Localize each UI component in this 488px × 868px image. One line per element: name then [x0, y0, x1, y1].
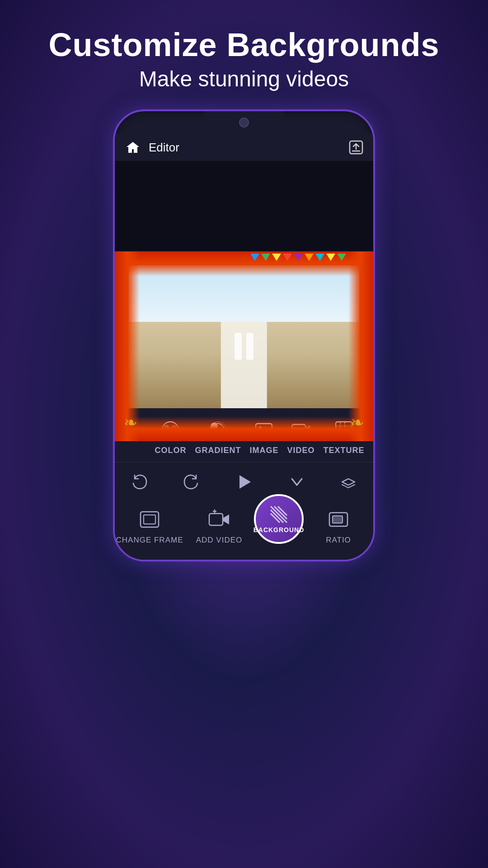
image-label: IMAGE [249, 446, 278, 455]
phone-side-button [373, 247, 375, 283]
action-change-frame[interactable]: CHANGE FRAME [115, 507, 184, 545]
header-section: Customize Backgrounds Make stunning vide… [48, 27, 439, 91]
frame-right [348, 251, 373, 441]
change-frame-icon [137, 507, 162, 532]
svg-rect-27 [333, 516, 343, 523]
redo-button[interactable] [180, 471, 202, 493]
video-preview[interactable]: ❧ ❧ [115, 251, 373, 441]
action-bar: CHANGE FRAME ADD VIDEO [115, 499, 373, 560]
home-button[interactable] [124, 138, 142, 156]
add-video-label: ADD VIDEO [196, 536, 243, 545]
background-label: BACKGROUND [253, 526, 305, 533]
change-frame-label: CHANGE FRAME [116, 536, 183, 545]
phone-notch [203, 111, 285, 134]
preview-top-area [115, 161, 373, 251]
pause-bar-right [246, 333, 253, 360]
ornament-bottom-right: ❧ [351, 413, 364, 432]
texture-label: TEXTURE [323, 446, 364, 455]
editor-bar: Editor [115, 134, 373, 161]
gradient-label: GRADIENT [195, 446, 241, 455]
bunting-flags [250, 254, 346, 261]
ratio-label: RATIO [326, 536, 351, 545]
layers-button[interactable] [337, 471, 360, 493]
pause-bar-left [235, 333, 242, 360]
play-button[interactable] [232, 469, 257, 494]
background-button[interactable]: BACKGROUND [254, 494, 304, 544]
camera [239, 118, 249, 127]
svg-rect-17 [144, 515, 155, 524]
controls-row [115, 462, 373, 499]
header-subtitle: Make stunning videos [48, 66, 439, 91]
header-title: Customize Backgrounds [48, 27, 439, 63]
svg-rect-18 [209, 514, 223, 525]
action-add-video[interactable]: ADD VIDEO [184, 507, 254, 545]
color-label: COLOR [155, 446, 186, 455]
editor-title: Editor [149, 141, 348, 155]
svg-line-21 [271, 506, 287, 523]
export-button[interactable] [348, 139, 364, 156]
frame-bottom [115, 416, 373, 441]
video-label: VIDEO [287, 446, 314, 455]
dropdown-arrow[interactable] [286, 471, 308, 493]
phone-body: Editor [113, 109, 375, 561]
action-ratio[interactable]: RATIO [304, 507, 373, 545]
ratio-icon [326, 507, 351, 532]
pause-button[interactable] [235, 333, 253, 360]
phone-mockup: Editor [113, 109, 375, 561]
frame-left [115, 251, 140, 441]
undo-button[interactable] [128, 471, 151, 493]
add-video-icon [207, 507, 232, 532]
ornament-bottom-left: ❧ [124, 413, 137, 432]
